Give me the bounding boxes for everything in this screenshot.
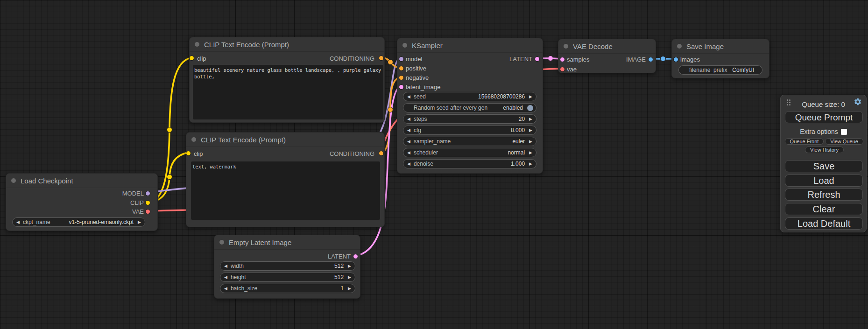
increment-arrow-icon[interactable]: ▶ (348, 264, 351, 268)
height-widget[interactable]: ◀ height 512 ▶ (220, 273, 355, 282)
filename-prefix-widget[interactable]: filename_prefix ComfyUI (678, 65, 762, 75)
output-label-latent: LATENT (509, 56, 532, 63)
increment-arrow-icon[interactable]: ▶ (348, 275, 351, 280)
latent-image-input-slot[interactable] (399, 85, 403, 89)
graph-canvas[interactable]: Load Checkpoint MODEL CLIP VAE ◀ ckpt_na… (0, 0, 868, 329)
clip-input-slot[interactable] (186, 151, 191, 155)
latent-output-slot[interactable] (535, 57, 539, 61)
toggle-on-icon[interactable] (527, 105, 533, 111)
node-vae-decode[interactable]: VAE Decode samples vae IMAGE (558, 39, 656, 73)
decrement-arrow-icon[interactable]: ◀ (407, 128, 410, 133)
node-load-checkpoint[interactable]: Load Checkpoint MODEL CLIP VAE ◀ ckpt_na… (6, 173, 158, 231)
width-widget[interactable]: ◀ width 512 ▶ (220, 261, 355, 271)
random-seed-toggle-widget[interactable]: Random seed after every gen enabled (403, 103, 536, 112)
widget-value: 1.000 (511, 161, 525, 167)
widget-label: denoise (414, 161, 508, 167)
queue-panel[interactable]: Queue size: 0 Queue Prompt Extra options… (780, 95, 867, 232)
images-input-slot[interactable] (674, 57, 678, 62)
samples-input-slot[interactable] (560, 57, 565, 62)
increment-arrow-icon[interactable]: ▶ (529, 128, 532, 133)
node-ksampler[interactable]: KSampler model positive negative latent_… (397, 38, 543, 174)
output-label-latent: LATENT (328, 253, 351, 260)
input-label-clip: clip (194, 150, 203, 157)
output-label-image: IMAGE (626, 56, 646, 63)
node-clip-text-encode-negative[interactable]: CLIP Text Encode (Prompt) clip CONDITION… (186, 132, 385, 227)
queue-size-label: Queue size: 0 (802, 100, 845, 108)
decrement-arrow-icon[interactable]: ◀ (407, 162, 410, 166)
increment-arrow-icon[interactable]: ▶ (138, 220, 141, 224)
increment-arrow-icon[interactable]: ▶ (529, 117, 532, 121)
reroute-dot (548, 56, 553, 61)
queue-front-button[interactable]: Queue Front (785, 138, 824, 145)
node-collapse-dot[interactable] (677, 44, 682, 49)
node-empty-latent-image[interactable]: Empty Latent Image LATENT ◀ width 512 ▶ … (214, 235, 360, 299)
node-title: CLIP Text Encode (Prompt) (201, 136, 286, 144)
cfg-widget[interactable]: ◀ cfg 8.000 ▶ (403, 126, 536, 135)
load-default-button[interactable]: Load Default (785, 217, 863, 230)
node-collapse-dot[interactable] (402, 43, 407, 48)
positive-input-slot[interactable] (399, 66, 403, 70)
node-collapse-dot[interactable] (195, 42, 199, 47)
negative-prompt-textarea[interactable]: text, watermark (191, 161, 380, 220)
steps-widget[interactable]: ◀ steps 20 ▶ (403, 114, 536, 124)
decrement-arrow-icon[interactable]: ◀ (407, 95, 410, 99)
node-collapse-dot[interactable] (11, 178, 16, 183)
increment-arrow-icon[interactable]: ▶ (348, 287, 351, 291)
decrement-arrow-icon[interactable]: ◀ (224, 275, 227, 280)
widget-value: enabled (503, 105, 523, 111)
positive-prompt-textarea[interactable]: beautiful scenery nature glass bottle la… (193, 65, 383, 119)
extra-options-label: Extra options (800, 128, 838, 135)
sampler-name-widget[interactable]: ◀ sampler_name euler ▶ (403, 137, 536, 146)
node-collapse-dot[interactable] (219, 240, 224, 245)
view-queue-button[interactable]: View Queue (825, 138, 863, 145)
node-clip-text-encode-positive[interactable]: CLIP Text Encode (Prompt) clip CONDITION… (189, 37, 385, 123)
scheduler-widget[interactable]: ◀ scheduler normal ▶ (403, 148, 536, 157)
conditioning-output-slot[interactable] (379, 56, 383, 60)
clip-input-slot[interactable] (190, 56, 194, 60)
node-collapse-dot[interactable] (564, 44, 568, 49)
node-collapse-dot[interactable] (191, 137, 196, 142)
load-button[interactable]: Load (785, 175, 863, 187)
model-input-slot[interactable] (399, 57, 403, 61)
refresh-button[interactable]: Refresh (785, 189, 863, 201)
widget-value: 156680208700286 (478, 93, 525, 100)
image-output-slot[interactable] (649, 57, 653, 62)
input-label-latent-image: latent_image (406, 84, 440, 91)
latent-output-slot[interactable] (353, 254, 358, 259)
seed-widget[interactable]: ◀ seed 156680208700286 ▶ (403, 92, 536, 101)
extra-options-checkbox[interactable] (841, 129, 847, 135)
decrement-arrow-icon[interactable]: ◀ (224, 287, 227, 291)
widget-label: filename_prefix (689, 67, 729, 73)
decrement-arrow-icon[interactable]: ◀ (407, 117, 410, 121)
vae-input-slot[interactable] (560, 67, 565, 71)
clip-output-slot[interactable] (146, 201, 150, 205)
increment-arrow-icon[interactable]: ▶ (529, 162, 532, 166)
widget-value: 1 (340, 285, 344, 292)
widget-label: steps (414, 116, 516, 122)
reroute-dot (167, 127, 172, 133)
decrement-arrow-icon[interactable]: ◀ (224, 264, 227, 268)
output-label-conditioning: CONDITIONING (330, 55, 374, 62)
save-button[interactable]: Save (785, 160, 863, 172)
decrement-arrow-icon[interactable]: ◀ (407, 140, 410, 144)
decrement-arrow-icon[interactable]: ◀ (16, 220, 20, 224)
conditioning-output-slot[interactable] (379, 151, 383, 155)
widget-label: height (231, 274, 332, 280)
widget-value: 512 (334, 263, 344, 269)
increment-arrow-icon[interactable]: ▶ (529, 151, 532, 155)
denoise-widget[interactable]: ◀ denoise 1.000 ▶ (403, 159, 536, 168)
increment-arrow-icon[interactable]: ▶ (529, 140, 532, 144)
negative-input-slot[interactable] (399, 76, 403, 80)
increment-arrow-icon[interactable]: ▶ (529, 95, 532, 99)
node-save-image[interactable]: Save Image images filename_prefix ComfyU… (671, 39, 769, 78)
clear-button[interactable]: Clear (785, 203, 863, 215)
model-output-slot[interactable] (146, 191, 150, 196)
output-label-model: MODEL (122, 190, 144, 197)
batch-size-widget[interactable]: ◀ batch_size 1 ▶ (220, 284, 355, 293)
decrement-arrow-icon[interactable]: ◀ (407, 151, 410, 155)
queue-prompt-button[interactable]: Queue Prompt (785, 111, 863, 123)
settings-gear-icon[interactable] (854, 98, 862, 106)
ckpt-name-widget[interactable]: ◀ ckpt_name v1-5-pruned-emaonly.ckpt ▶ (12, 217, 145, 227)
view-history-button[interactable]: View History (805, 147, 844, 153)
vae-output-slot[interactable] (146, 210, 150, 214)
